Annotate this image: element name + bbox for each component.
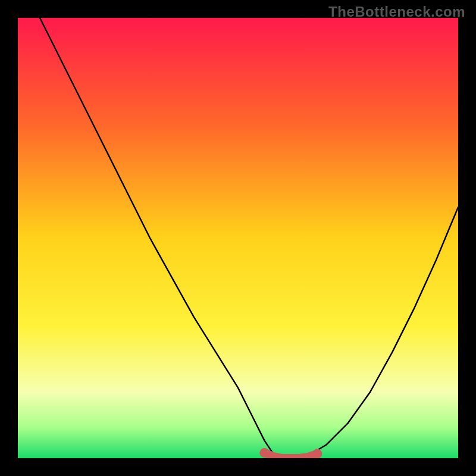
bottleneck-chart <box>18 18 458 458</box>
gradient-background <box>18 18 458 458</box>
optimal-segment-dot-right <box>312 449 322 458</box>
chart-frame: TheBottleneck.com <box>0 0 476 476</box>
watermark-text: TheBottleneck.com <box>328 4 465 20</box>
optimal-segment-dot-left <box>259 448 269 458</box>
